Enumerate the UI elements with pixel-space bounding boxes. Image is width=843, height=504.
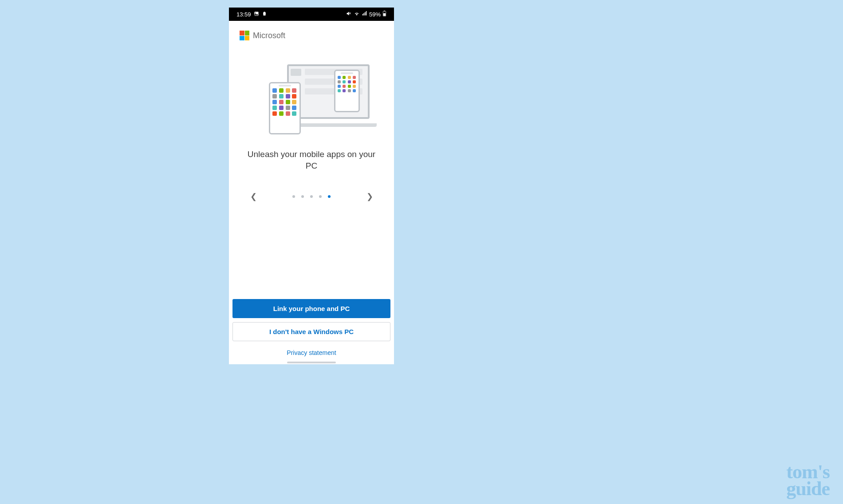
brand-name: Microsoft — [253, 31, 285, 40]
svg-point-1 — [255, 12, 256, 13]
source-phone-icon — [269, 82, 301, 134]
pagination-dot[interactable] — [319, 195, 322, 198]
onboarding-heading: Unleash your mobile apps on your PC — [229, 149, 394, 171]
watermark: tom's guide — [768, 464, 830, 497]
chevron-right-icon[interactable]: ❯ — [366, 192, 373, 201]
link-phone-button[interactable]: Link your phone and PC — [232, 299, 390, 318]
battery-icon — [382, 11, 386, 18]
signal-icon — [362, 11, 367, 18]
pagination-dots — [292, 195, 331, 198]
pagination-dot[interactable] — [301, 195, 304, 198]
image-icon — [254, 11, 259, 18]
svg-rect-4 — [383, 13, 386, 16]
home-indicator — [287, 362, 336, 363]
no-pc-button[interactable]: I don't have a Windows PC — [232, 322, 390, 341]
phone-screenshot: 13:59 59% — [229, 8, 394, 364]
pagination-dot[interactable] — [292, 195, 295, 198]
battery-text: 59% — [369, 11, 381, 18]
status-time: 13:59 — [236, 11, 251, 18]
wifi-icon — [354, 11, 360, 18]
microsoft-logo-icon — [240, 31, 249, 40]
privacy-link[interactable]: Privacy statement — [232, 349, 390, 360]
app-content: Microsoft Unle — [229, 21, 394, 364]
status-bar: 13:59 59% — [229, 8, 394, 21]
mute-icon — [346, 11, 352, 18]
chevron-left-icon[interactable]: ❮ — [250, 192, 256, 201]
pagination-dot[interactable] — [328, 195, 331, 198]
hero-illustration — [254, 64, 369, 134]
shop-icon — [262, 11, 267, 18]
carousel-pagination: ❮ ❯ — [229, 192, 394, 201]
pagination-dot[interactable] — [310, 195, 313, 198]
mirrored-phone-icon — [334, 70, 360, 112]
svg-rect-3 — [384, 11, 385, 11]
brand-header: Microsoft — [229, 21, 394, 45]
